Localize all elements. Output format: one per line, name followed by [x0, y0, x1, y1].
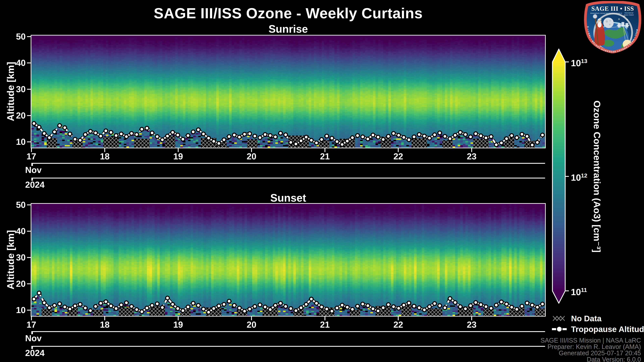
colorbar-axis-label: Ozone Concentration (Ao3) [cm⁻³] [592, 100, 602, 253]
y-tick [27, 204, 31, 205]
y-tick [27, 231, 31, 232]
x-tick-label: 21 [312, 152, 338, 161]
x-tick-label: 20 [238, 152, 265, 161]
y-tick-label: 10 [4, 306, 26, 314]
sunset-plot-area [31, 203, 546, 317]
x-tick-label: 18 [92, 320, 118, 329]
month-axis-line [31, 163, 545, 164]
y-tick-label: 50 [4, 32, 26, 41]
y-tick [27, 257, 31, 258]
colorbar [552, 49, 566, 304]
x-tick-label: 23 [458, 152, 485, 161]
tropopause-line-icon [552, 325, 567, 333]
credits-block: SAGE III/ISS Mission | NASA LaRC Prepare… [540, 337, 641, 362]
sunset-heatmap-canvas [31, 204, 545, 316]
month-label: Nov [25, 334, 42, 343]
legend-item-tropopause: Tropopause Altitude [552, 325, 644, 334]
y-tick-label: 30 [4, 85, 26, 93]
y-tick-label: 10 [4, 137, 26, 146]
x-tick-label: 22 [385, 320, 412, 329]
sunrise-plot-area [31, 35, 546, 148]
colorbar-tick [565, 176, 569, 177]
x-tick-label: 19 [165, 152, 192, 161]
y-tick [27, 283, 31, 284]
y-tick-label: 40 [4, 227, 26, 236]
x-tick-label: 20 [238, 320, 265, 329]
credit-generated: Generated 2025-07-17 20:45 [540, 350, 641, 356]
y-tick-label: 40 [4, 58, 26, 67]
x-tick-label: 21 [312, 320, 338, 329]
y-tick [27, 310, 31, 311]
year-label: 2024 [25, 180, 44, 189]
month-label: Nov [25, 166, 42, 174]
sunset-panel-title: Sunset [31, 192, 545, 204]
colorbar-gradient-bar [552, 49, 565, 303]
year-axis-line [31, 178, 545, 178]
y-tick-label: 20 [4, 279, 26, 288]
month-axis-line [31, 331, 545, 332]
moon-icon [603, 17, 614, 28]
legend-label: Tropopause Altitude [571, 325, 644, 334]
page-title: SAGE III/ISS Ozone - Weekly Curtains [31, 5, 545, 22]
patch-title: SAGE III • ISS [591, 5, 634, 12]
colorbar-tick [565, 61, 569, 62]
x-tick-label: 18 [92, 152, 118, 161]
y-tick [27, 141, 31, 142]
y-tick-label: 20 [4, 111, 26, 120]
sunrise-panel-title: Sunrise [31, 23, 545, 35]
colorbar-tick-label-1e13: 1013 [571, 56, 587, 67]
x-tick-label: 17 [18, 320, 45, 329]
legend-label: No Data [571, 314, 602, 323]
colorbar-tick-label-1e12: 1012 [571, 171, 587, 182]
colorbar-tick [565, 291, 569, 291]
y-tick [27, 89, 31, 90]
x-tick-label: 19 [165, 320, 192, 329]
y-tick-label: 50 [4, 200, 26, 209]
patch-subtitle-right-2: Space Station [624, 14, 634, 16]
y-tick [27, 36, 31, 37]
y-tick [27, 115, 31, 116]
colorbar-tick-label-1e11: 1011 [571, 285, 587, 297]
y-tick-label: 30 [4, 253, 26, 262]
no-data-hatch-icon [552, 314, 567, 323]
x-tick-label: 23 [458, 320, 485, 329]
y-tick [27, 62, 31, 63]
credit-mission: SAGE III/ISS Mission | NASA LaRC [540, 337, 641, 344]
credit-preparer: Preparer: Kevin R. Leavor (AMA) [540, 344, 641, 350]
year-axis-line [31, 346, 545, 347]
patch-subtitle-right-1: International [624, 12, 633, 14]
sage-iii-iss-mission-patch-logo: SAGE III • ISS Stratospheric Aerosol and… [583, 1, 642, 53]
x-tick-label: 22 [385, 152, 412, 161]
sunrise-heatmap-canvas [31, 35, 545, 148]
patch-subtitle-left: Stratospheric Aerosol and Gas Experiment… [590, 12, 622, 14]
legend-item-no-data: No Data [552, 314, 602, 323]
x-tick-label: 17 [18, 152, 45, 161]
credit-data-version: Data Version: 6.0.0 [540, 356, 641, 362]
year-label: 2024 [25, 349, 44, 357]
